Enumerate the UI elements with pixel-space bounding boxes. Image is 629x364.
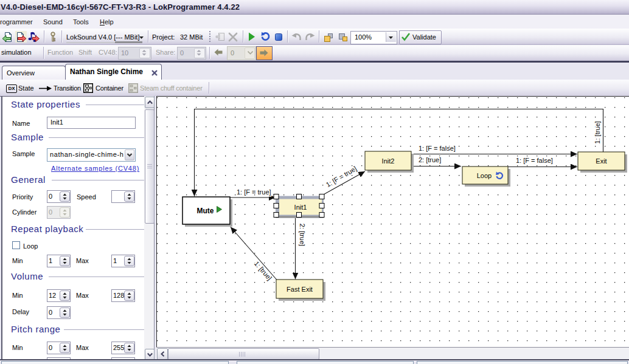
svg-text:2: [true]: 2: [true] xyxy=(299,224,306,246)
svg-text:Exit: Exit xyxy=(596,157,606,165)
svg-text:Mute: Mute xyxy=(197,207,214,215)
svg-text:Loop: Loop xyxy=(477,172,492,179)
svg-text:Fast Exit: Fast Exit xyxy=(287,286,313,293)
svg-text:1: [F = false]: 1: [F = false] xyxy=(419,145,456,152)
svg-text:1: [true]: 1: [true] xyxy=(594,121,601,143)
svg-text:Init1: Init1 xyxy=(294,204,307,211)
svg-text:1: [F = true]: 1: [F = true] xyxy=(237,188,271,196)
svg-text:1: [F = false]: 1: [F = false] xyxy=(516,157,553,164)
svg-text:2: [true]: 2: [true] xyxy=(419,156,441,163)
svg-text:Init2: Init2 xyxy=(382,157,395,165)
